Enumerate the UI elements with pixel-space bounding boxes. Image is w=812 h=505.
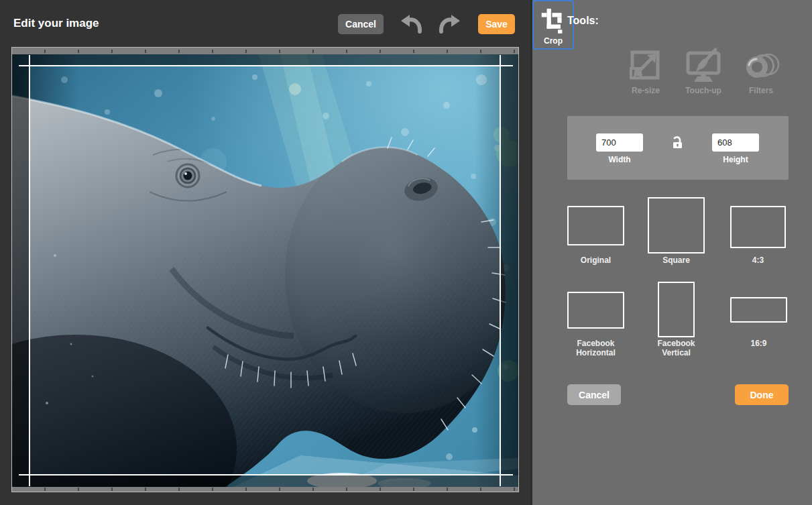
preset-16-9[interactable]: 16:9 [730, 297, 787, 323]
tool-filters-label: Filters [738, 86, 785, 95]
preset-facebook-vertical-label: Facebook Vertical [643, 339, 710, 357]
preset-16-9-label: 16:9 [722, 339, 796, 348]
height-label: Height [707, 155, 764, 164]
width-label: Width [591, 155, 648, 164]
editor-stage: Edit your image Cancel Save [0, 0, 530, 505]
crop-cancel-button[interactable]: Cancel [567, 384, 621, 405]
preset-facebook-vertical-shape [658, 282, 695, 337]
preset-facebook-horizontal-label: Facebook Horizontal [563, 339, 630, 357]
page-title: Edit your image [13, 17, 99, 30]
image-area [12, 54, 518, 487]
redo-arrow-icon [437, 27, 461, 37]
crop-dim-bottom [12, 475, 518, 487]
ruler-top [12, 48, 518, 54]
ruler-bottom [12, 487, 518, 492]
height-input[interactable] [712, 133, 759, 152]
cancel-button[interactable]: Cancel [338, 14, 384, 34]
undo-arrow-icon [400, 27, 424, 37]
tool-crop-label: Crop [534, 36, 573, 46]
redo-button[interactable] [437, 13, 461, 35]
crop-done-button[interactable]: Done [735, 384, 789, 405]
crop-dimensions-box: Width Height [567, 116, 789, 180]
preset-original[interactable]: Original [567, 206, 624, 245]
preset-4-3-shape [730, 206, 786, 248]
tool-touchup-label: Touch-up [680, 86, 727, 95]
preset-4-3-label: 4:3 [721, 256, 795, 265]
tools-panel: Tools: Crop [530, 0, 812, 505]
preset-original-shape [567, 206, 624, 245]
preset-facebook-horizontal[interactable]: Facebook Horizontal [567, 292, 624, 329]
image-editor: Edit your image Cancel Save [0, 0, 812, 505]
preset-4-3[interactable]: 4:3 [730, 206, 786, 248]
lens-stack-icon [742, 47, 780, 85]
aspect-lock-toggle[interactable] [668, 133, 688, 154]
edit-canvas [11, 47, 519, 492]
crop-dim-right [500, 66, 518, 475]
padlock-unlocked-icon [671, 143, 685, 153]
preset-original-label: Original [559, 256, 633, 265]
crop-dim-top [12, 54, 518, 66]
save-button[interactable]: Save [478, 14, 515, 34]
tool-resize-button[interactable] [627, 47, 664, 85]
width-input[interactable] [596, 133, 643, 152]
preset-facebook-vertical[interactable]: Facebook Vertical [658, 282, 695, 337]
diagonal-resize-square-icon [627, 47, 664, 85]
tool-filters-button[interactable] [742, 47, 780, 85]
monitor-brush-icon [685, 47, 722, 85]
tool-touchup-button[interactable] [685, 47, 722, 85]
tools-panel-title: Tools: [567, 15, 599, 27]
preset-square[interactable]: Square [648, 197, 705, 254]
preset-square-label: Square [640, 256, 713, 265]
undo-button[interactable] [400, 13, 424, 35]
preset-facebook-horizontal-shape [567, 292, 624, 329]
preset-16-9-shape [730, 297, 787, 323]
crop-selection-region[interactable] [30, 66, 500, 475]
preset-square-shape [648, 197, 705, 254]
crop-dim-left [12, 66, 30, 475]
tool-resize-label: Re-size [622, 86, 669, 95]
